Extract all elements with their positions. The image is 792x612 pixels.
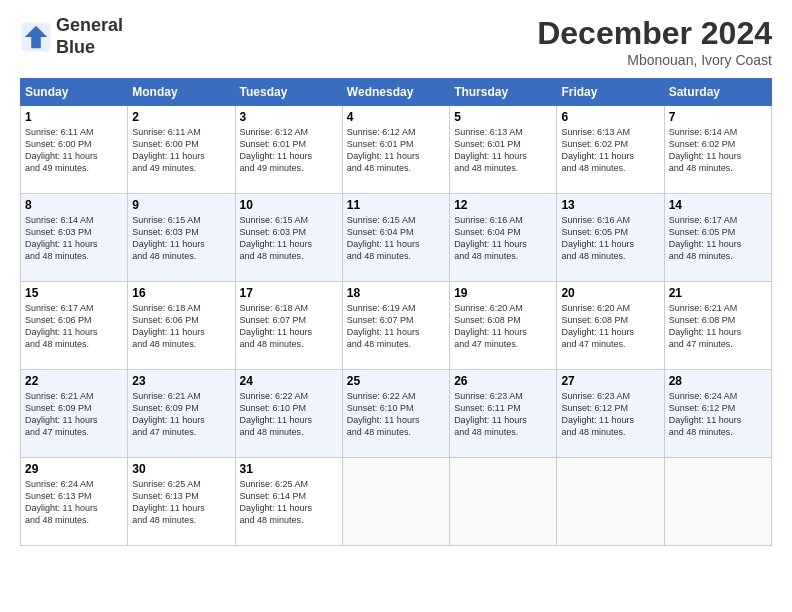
day-number: 15 — [25, 286, 123, 300]
calendar-day-header: Thursday — [450, 79, 557, 106]
calendar-cell: 1Sunrise: 6:11 AM Sunset: 6:00 PM Daylig… — [21, 106, 128, 194]
page: General Blue December 2024 Mbonouan, Ivo… — [0, 0, 792, 612]
header: General Blue December 2024 Mbonouan, Ivo… — [20, 15, 772, 68]
calendar-cell: 27Sunrise: 6:23 AM Sunset: 6:12 PM Dayli… — [557, 370, 664, 458]
calendar-day-header: Monday — [128, 79, 235, 106]
day-info: Sunrise: 6:21 AM Sunset: 6:08 PM Dayligh… — [669, 302, 767, 351]
day-info: Sunrise: 6:14 AM Sunset: 6:03 PM Dayligh… — [25, 214, 123, 263]
calendar-cell: 17Sunrise: 6:18 AM Sunset: 6:07 PM Dayli… — [235, 282, 342, 370]
day-number: 3 — [240, 110, 338, 124]
calendar-cell: 8Sunrise: 6:14 AM Sunset: 6:03 PM Daylig… — [21, 194, 128, 282]
calendar-week-row: 1Sunrise: 6:11 AM Sunset: 6:00 PM Daylig… — [21, 106, 772, 194]
calendar-cell: 19Sunrise: 6:20 AM Sunset: 6:08 PM Dayli… — [450, 282, 557, 370]
day-number: 20 — [561, 286, 659, 300]
day-number: 31 — [240, 462, 338, 476]
calendar-cell: 29Sunrise: 6:24 AM Sunset: 6:13 PM Dayli… — [21, 458, 128, 546]
day-info: Sunrise: 6:22 AM Sunset: 6:10 PM Dayligh… — [240, 390, 338, 439]
calendar-day-header: Saturday — [664, 79, 771, 106]
day-info: Sunrise: 6:24 AM Sunset: 6:13 PM Dayligh… — [25, 478, 123, 527]
day-number: 16 — [132, 286, 230, 300]
day-info: Sunrise: 6:12 AM Sunset: 6:01 PM Dayligh… — [240, 126, 338, 175]
calendar-cell: 23Sunrise: 6:21 AM Sunset: 6:09 PM Dayli… — [128, 370, 235, 458]
calendar-cell: 16Sunrise: 6:18 AM Sunset: 6:06 PM Dayli… — [128, 282, 235, 370]
calendar-week-row: 22Sunrise: 6:21 AM Sunset: 6:09 PM Dayli… — [21, 370, 772, 458]
day-info: Sunrise: 6:17 AM Sunset: 6:06 PM Dayligh… — [25, 302, 123, 351]
calendar-cell: 2Sunrise: 6:11 AM Sunset: 6:00 PM Daylig… — [128, 106, 235, 194]
day-info: Sunrise: 6:23 AM Sunset: 6:11 PM Dayligh… — [454, 390, 552, 439]
calendar-cell — [450, 458, 557, 546]
day-info: Sunrise: 6:24 AM Sunset: 6:12 PM Dayligh… — [669, 390, 767, 439]
day-info: Sunrise: 6:23 AM Sunset: 6:12 PM Dayligh… — [561, 390, 659, 439]
day-number: 2 — [132, 110, 230, 124]
day-info: Sunrise: 6:13 AM Sunset: 6:02 PM Dayligh… — [561, 126, 659, 175]
calendar-cell — [664, 458, 771, 546]
day-number: 10 — [240, 198, 338, 212]
logo-line2: Blue — [56, 37, 123, 59]
logo: General Blue — [20, 15, 123, 58]
day-number: 28 — [669, 374, 767, 388]
calendar-day-header: Friday — [557, 79, 664, 106]
calendar-cell: 21Sunrise: 6:21 AM Sunset: 6:08 PM Dayli… — [664, 282, 771, 370]
day-info: Sunrise: 6:20 AM Sunset: 6:08 PM Dayligh… — [561, 302, 659, 351]
day-info: Sunrise: 6:15 AM Sunset: 6:04 PM Dayligh… — [347, 214, 445, 263]
calendar-cell — [342, 458, 449, 546]
day-number: 8 — [25, 198, 123, 212]
day-number: 12 — [454, 198, 552, 212]
calendar-cell: 7Sunrise: 6:14 AM Sunset: 6:02 PM Daylig… — [664, 106, 771, 194]
day-info: Sunrise: 6:20 AM Sunset: 6:08 PM Dayligh… — [454, 302, 552, 351]
day-info: Sunrise: 6:25 AM Sunset: 6:13 PM Dayligh… — [132, 478, 230, 527]
calendar-cell: 12Sunrise: 6:16 AM Sunset: 6:04 PM Dayli… — [450, 194, 557, 282]
calendar-cell: 3Sunrise: 6:12 AM Sunset: 6:01 PM Daylig… — [235, 106, 342, 194]
calendar-cell: 24Sunrise: 6:22 AM Sunset: 6:10 PM Dayli… — [235, 370, 342, 458]
day-info: Sunrise: 6:11 AM Sunset: 6:00 PM Dayligh… — [25, 126, 123, 175]
logo-line1: General — [56, 15, 123, 37]
day-info: Sunrise: 6:15 AM Sunset: 6:03 PM Dayligh… — [132, 214, 230, 263]
day-number: 25 — [347, 374, 445, 388]
logo-text: General Blue — [56, 15, 123, 58]
calendar-cell: 22Sunrise: 6:21 AM Sunset: 6:09 PM Dayli… — [21, 370, 128, 458]
calendar-cell: 9Sunrise: 6:15 AM Sunset: 6:03 PM Daylig… — [128, 194, 235, 282]
calendar-cell: 26Sunrise: 6:23 AM Sunset: 6:11 PM Dayli… — [450, 370, 557, 458]
day-number: 23 — [132, 374, 230, 388]
calendar-cell: 18Sunrise: 6:19 AM Sunset: 6:07 PM Dayli… — [342, 282, 449, 370]
day-info: Sunrise: 6:19 AM Sunset: 6:07 PM Dayligh… — [347, 302, 445, 351]
calendar-week-row: 29Sunrise: 6:24 AM Sunset: 6:13 PM Dayli… — [21, 458, 772, 546]
calendar-table: SundayMondayTuesdayWednesdayThursdayFrid… — [20, 78, 772, 546]
day-info: Sunrise: 6:25 AM Sunset: 6:14 PM Dayligh… — [240, 478, 338, 527]
day-number: 14 — [669, 198, 767, 212]
day-number: 4 — [347, 110, 445, 124]
day-number: 9 — [132, 198, 230, 212]
day-info: Sunrise: 6:21 AM Sunset: 6:09 PM Dayligh… — [132, 390, 230, 439]
day-number: 6 — [561, 110, 659, 124]
day-number: 19 — [454, 286, 552, 300]
day-number: 27 — [561, 374, 659, 388]
calendar-week-row: 8Sunrise: 6:14 AM Sunset: 6:03 PM Daylig… — [21, 194, 772, 282]
day-info: Sunrise: 6:14 AM Sunset: 6:02 PM Dayligh… — [669, 126, 767, 175]
day-number: 24 — [240, 374, 338, 388]
day-number: 7 — [669, 110, 767, 124]
day-info: Sunrise: 6:16 AM Sunset: 6:04 PM Dayligh… — [454, 214, 552, 263]
calendar-day-header: Wednesday — [342, 79, 449, 106]
day-info: Sunrise: 6:17 AM Sunset: 6:05 PM Dayligh… — [669, 214, 767, 263]
day-number: 5 — [454, 110, 552, 124]
calendar-cell: 4Sunrise: 6:12 AM Sunset: 6:01 PM Daylig… — [342, 106, 449, 194]
day-number: 11 — [347, 198, 445, 212]
calendar-cell — [557, 458, 664, 546]
day-number: 13 — [561, 198, 659, 212]
day-info: Sunrise: 6:15 AM Sunset: 6:03 PM Dayligh… — [240, 214, 338, 263]
day-info: Sunrise: 6:18 AM Sunset: 6:06 PM Dayligh… — [132, 302, 230, 351]
calendar-cell: 15Sunrise: 6:17 AM Sunset: 6:06 PM Dayli… — [21, 282, 128, 370]
calendar-cell: 10Sunrise: 6:15 AM Sunset: 6:03 PM Dayli… — [235, 194, 342, 282]
day-number: 1 — [25, 110, 123, 124]
day-info: Sunrise: 6:21 AM Sunset: 6:09 PM Dayligh… — [25, 390, 123, 439]
logo-icon — [20, 21, 52, 53]
calendar-day-header: Sunday — [21, 79, 128, 106]
day-number: 21 — [669, 286, 767, 300]
day-number: 29 — [25, 462, 123, 476]
calendar-day-header: Tuesday — [235, 79, 342, 106]
day-info: Sunrise: 6:18 AM Sunset: 6:07 PM Dayligh… — [240, 302, 338, 351]
calendar-cell: 25Sunrise: 6:22 AM Sunset: 6:10 PM Dayli… — [342, 370, 449, 458]
day-number: 26 — [454, 374, 552, 388]
location: Mbonouan, Ivory Coast — [537, 52, 772, 68]
calendar-cell: 20Sunrise: 6:20 AM Sunset: 6:08 PM Dayli… — [557, 282, 664, 370]
